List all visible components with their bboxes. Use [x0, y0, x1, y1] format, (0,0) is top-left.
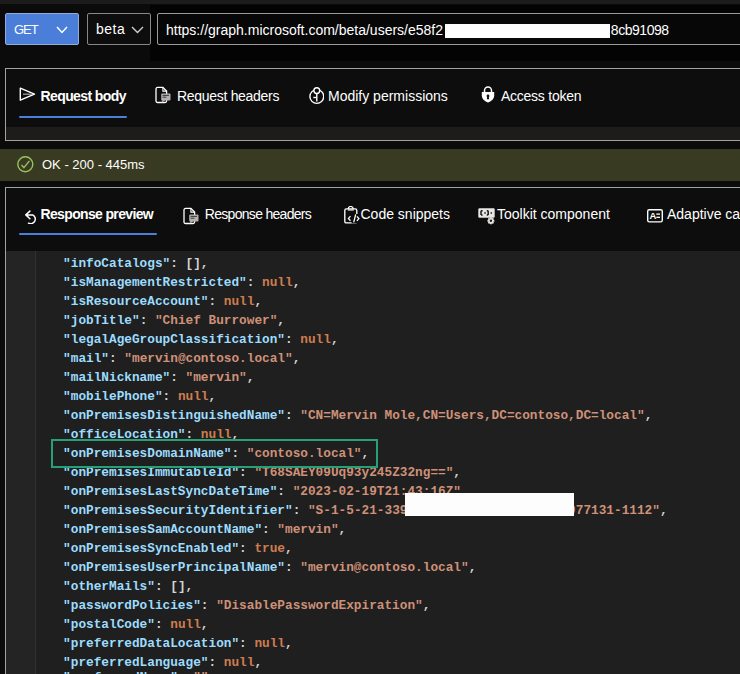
svg-text:A: A: [649, 210, 656, 221]
